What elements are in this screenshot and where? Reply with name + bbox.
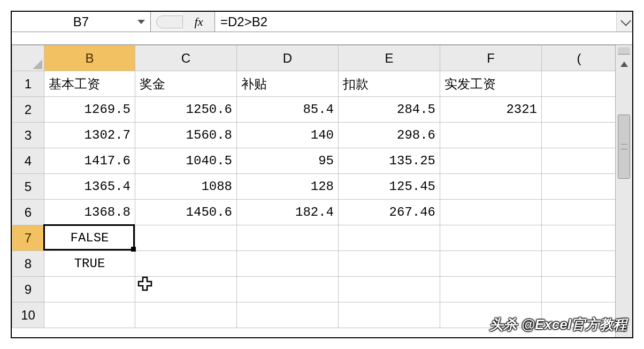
cell-G8[interactable] [542,251,616,277]
cell-F4[interactable] [440,148,542,174]
row-header-8[interactable]: 8 [12,251,44,277]
row-header-6[interactable]: 6 [12,200,44,225]
row-header-5[interactable]: 5 [12,174,44,200]
row-header-2[interactable]: 2 [12,97,44,123]
cell-G1[interactable] [542,71,616,97]
table-row: 2 1269.5 1250.6 85.4 284.5 2321 [12,97,616,123]
table-row: 1 基本工资 奖金 补贴 扣款 实发工资 [12,71,616,97]
cell-C10[interactable] [135,302,237,328]
cell-B3[interactable]: 1302.7 [44,123,135,148]
cell-F9[interactable] [440,277,542,302]
scroll-thumb[interactable] [618,115,630,179]
cell-G6[interactable] [542,200,616,225]
row-header-3[interactable]: 3 [12,123,44,148]
row-header-4[interactable]: 4 [12,148,44,174]
cell-C9[interactable] [135,277,237,302]
row-header-10[interactable]: 10 [12,302,44,328]
cell-G4[interactable] [542,148,616,174]
cell-C7[interactable] [135,225,237,251]
cell-D8[interactable] [237,251,339,277]
table-row: 9 [12,277,616,302]
cell-G7[interactable] [542,225,616,251]
cell-C6[interactable]: 1450.6 [135,200,237,225]
row-header-7[interactable]: 7 [12,225,44,251]
cell-B8[interactable]: TRUE [44,251,135,277]
cell-E3[interactable]: 298.6 [339,123,440,148]
cell-C4[interactable]: 1040.5 [135,148,237,174]
row-header-9[interactable]: 9 [12,277,44,302]
cell-E8[interactable] [339,251,440,277]
cell-E1[interactable]: 扣款 [339,71,440,97]
column-header-E[interactable]: E [339,45,440,71]
cell-F5[interactable] [440,174,542,200]
name-box-dropdown-icon[interactable] [137,20,145,24]
expand-formula-bar-button[interactable] [616,12,632,32]
cell-D7[interactable] [237,225,339,251]
vertical-scrollbar[interactable] [615,45,632,337]
cell-F7[interactable] [440,225,542,251]
cell-F2[interactable]: 2321 [440,97,542,123]
column-header-G[interactable]: ( [542,45,616,71]
formula-input[interactable]: =D2>B2 [215,12,616,32]
cell-F3[interactable] [440,123,542,148]
cell-D9[interactable] [237,277,339,302]
cell-B5[interactable]: 1365.4 [44,174,135,200]
column-header-row: B C D E F ( [12,45,616,71]
cell-G9[interactable] [542,277,616,302]
cell-G5[interactable] [542,174,616,200]
cell-B6[interactable]: 1368.8 [44,200,135,225]
cell-G10[interactable] [542,302,616,328]
cell-D5[interactable]: 128 [237,174,339,200]
cell-C8[interactable] [135,251,237,277]
table-row: 8 TRUE [12,251,616,277]
spreadsheet-grid: B C D E F ( 1 基本工资 奖金 补贴 扣款 实发工资 [12,45,632,337]
cell-D2[interactable]: 85.4 [237,97,339,123]
cell-B2[interactable]: 1269.5 [44,97,135,123]
table-row: 3 1302.7 1560.8 140 298.6 [12,123,616,148]
cell-C2[interactable]: 1250.6 [135,97,237,123]
cell-C1[interactable]: 奖金 [135,71,237,97]
column-header-C[interactable]: C [135,45,237,71]
cell-E2[interactable]: 284.5 [339,97,440,123]
name-box-value: B7 [73,14,89,29]
column-header-D[interactable]: D [237,45,339,71]
cell-F8[interactable] [440,251,542,277]
cell-F6[interactable] [440,200,542,225]
split-handle[interactable] [618,47,630,55]
column-header-F[interactable]: F [440,45,542,71]
row-header-1[interactable]: 1 [12,71,44,97]
cell-D6[interactable]: 182.4 [237,200,339,225]
scroll-up-button[interactable] [616,57,632,72]
cell-B7[interactable]: FALSE [44,225,135,251]
scroll-down-button[interactable] [616,322,632,337]
cell-E9[interactable] [339,277,440,302]
excel-window: B7 fx =D2>B2 [11,11,633,338]
cell-B9[interactable] [44,277,135,302]
cell-G3[interactable] [542,123,616,148]
cell-C5[interactable]: 1088 [135,174,237,200]
column-header-B[interactable]: B [44,45,135,71]
cell-B1[interactable]: 基本工资 [44,71,135,97]
cell-E7[interactable] [339,225,440,251]
select-all-corner[interactable] [12,45,44,71]
cell-G2[interactable] [542,97,616,123]
cell-D10[interactable] [237,302,339,328]
cancel-enter-area[interactable] [156,16,183,28]
cell-D3[interactable]: 140 [237,123,339,148]
grid-body[interactable]: B C D E F ( 1 基本工资 奖金 补贴 扣款 实发工资 [12,45,615,337]
scroll-track[interactable] [616,72,632,322]
cell-B10[interactable] [44,302,135,328]
cell-D1[interactable]: 补贴 [237,71,339,97]
cell-E5[interactable]: 125.45 [339,174,440,200]
cell-D4[interactable]: 95 [237,148,339,174]
table-row: 6 1368.8 1450.6 182.4 267.46 [12,200,616,225]
name-box[interactable]: B7 [12,12,151,32]
cell-C3[interactable]: 1560.8 [135,123,237,148]
cell-B4[interactable]: 1417.6 [44,148,135,174]
cell-F1[interactable]: 实发工资 [440,71,542,97]
cell-F10[interactable] [440,302,542,328]
cell-E10[interactable] [339,302,440,328]
cell-E6[interactable]: 267.46 [339,200,440,225]
insert-function-button[interactable]: fx [183,12,215,32]
cell-E4[interactable]: 135.25 [339,148,440,174]
